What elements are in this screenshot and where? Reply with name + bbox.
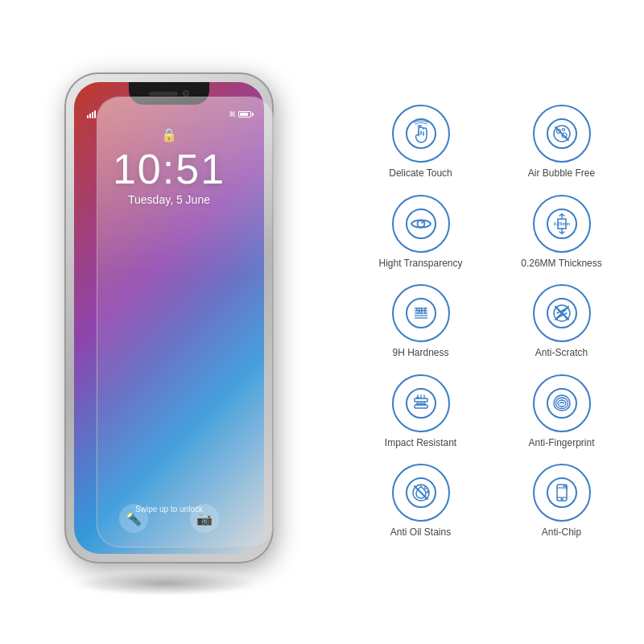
svg-point-8	[417, 220, 424, 227]
feature-delicate-touch: Delicate Touch	[354, 105, 487, 180]
impact-label: Impact Resistant	[385, 437, 456, 450]
notch	[129, 82, 209, 105]
anti-scratch-icon-wrap	[533, 284, 591, 342]
feature-anti-oil: Anti Oil Stains	[354, 464, 487, 539]
feature-anti-fingerprint: Anti-Fingerprint	[495, 374, 628, 450]
notch-camera	[183, 90, 189, 97]
features-grid: Delicate Touch Air Bubble	[354, 105, 628, 539]
signal-bar-2	[89, 114, 91, 118]
anti-scratch-label: Anti-Scratch	[535, 347, 588, 360]
svg-point-54	[427, 491, 428, 493]
signal-bar-4	[94, 110, 96, 118]
feature-anti-chip: Anti-Chip	[495, 464, 628, 539]
impact-icon	[405, 387, 437, 419]
9h-label: 9H Hardness	[392, 347, 448, 360]
anti-chip-label: Anti-Chip	[542, 526, 581, 539]
svg-point-53	[424, 487, 427, 489]
battery-tip	[252, 113, 254, 116]
features-section: Delicate Touch Air Bubble	[338, 0, 644, 644]
svg-point-9	[421, 221, 423, 223]
feature-high-transparency: Hight Transparency	[354, 195, 487, 270]
signal-bar-1	[87, 115, 89, 118]
phone-section: ⌘ 🔒 10:51 Tuesday, 5 June 🔦 �	[0, 0, 338, 644]
status-bar: ⌘	[74, 106, 264, 122]
air-bubble-icon-wrap	[533, 105, 591, 163]
battery-icon	[238, 111, 251, 118]
anti-chip-icon-wrap	[533, 464, 591, 522]
notch-speaker	[149, 92, 178, 96]
feature-9h-hardness: 9H 9H Hardness	[354, 284, 487, 360]
svg-point-50	[547, 389, 576, 418]
wifi-icon: ⌘	[229, 110, 236, 118]
anti-oil-icon-wrap	[392, 464, 450, 522]
fingerprint-label: Anti-Fingerprint	[528, 437, 594, 450]
feature-air-bubble-free: Air Bubble Free	[495, 105, 628, 180]
svg-text:0.26mm: 0.26mm	[553, 221, 570, 226]
phone-screen: ⌘ 🔒 10:51 Tuesday, 5 June 🔦 �	[74, 82, 264, 554]
feature-impact-resistant: Impact Resistant	[354, 374, 487, 450]
time-display: 10:51	[74, 145, 264, 193]
thickness-icon-wrap: 0.26mm	[533, 195, 591, 253]
svg-point-60	[561, 498, 563, 500]
anti-oil-label: Anti Oil Stains	[390, 526, 451, 539]
lock-icon: 🔒	[161, 127, 177, 142]
transparency-label: Hight Transparency	[378, 258, 462, 270]
air-bubble-label: Air Bubble Free	[528, 167, 595, 180]
9h-icon-wrap: 9H	[392, 284, 450, 342]
fingerprint-icon	[546, 387, 578, 419]
impact-icon-wrap	[392, 374, 450, 432]
svg-text:9H: 9H	[415, 307, 426, 316]
phone-shadow	[72, 572, 258, 596]
feature-thickness: 0.26mm 0.26MM Thickness	[495, 195, 628, 270]
swipe-up-text: Swipe up to unlock	[74, 505, 264, 514]
date-display: Tuesday, 5 June	[74, 193, 264, 206]
svg-point-56	[547, 478, 576, 507]
signal-bars	[87, 110, 96, 118]
phone-wrapper: ⌘ 🔒 10:51 Tuesday, 5 June 🔦 �	[48, 72, 290, 572]
transparency-icon	[405, 208, 437, 240]
anti-scratch-icon	[546, 297, 578, 329]
page-container: ⌘ 🔒 10:51 Tuesday, 5 June 🔦 �	[0, 0, 644, 644]
delicate-touch-icon	[405, 118, 437, 150]
svg-point-5	[562, 129, 564, 131]
transparency-icon-wrap	[392, 195, 450, 253]
fingerprint-icon-wrap	[533, 374, 591, 432]
anti-oil-icon	[405, 477, 437, 509]
air-bubble-icon	[546, 118, 578, 150]
thickness-icon: 0.26mm	[546, 208, 578, 240]
thickness-label: 0.26MM Thickness	[521, 258, 601, 270]
status-icons: ⌘	[229, 110, 251, 118]
9h-icon: 9H	[405, 297, 437, 329]
signal-bar-3	[92, 112, 93, 118]
delicate-touch-label: Delicate Touch	[389, 167, 452, 180]
battery-fill	[240, 113, 248, 116]
feature-anti-scratch: Anti-Scratch	[495, 284, 628, 360]
delicate-touch-icon-wrap	[392, 105, 450, 163]
anti-chip-icon	[546, 477, 578, 509]
